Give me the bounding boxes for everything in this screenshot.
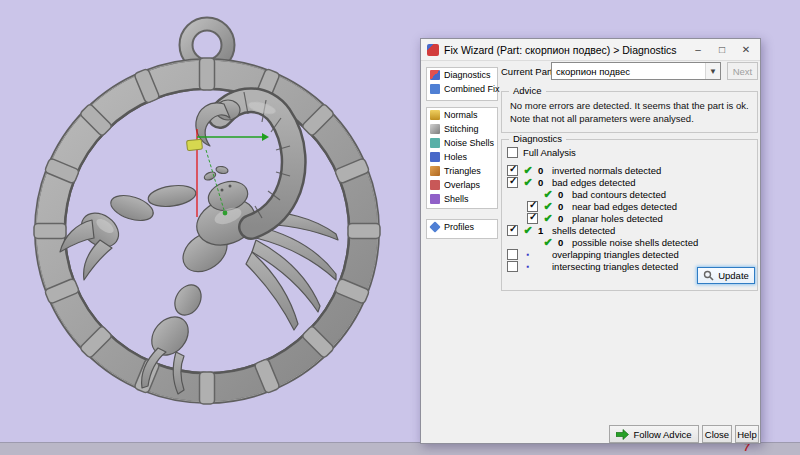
diagnostic-row-inverted-normals: ✔ 0 inverted normals detected	[507, 164, 661, 176]
close-button[interactable]: Close	[702, 425, 732, 443]
sidebar-item-label: Profiles	[444, 222, 474, 232]
sidebar-item-label: Diagnostics	[444, 70, 491, 80]
error-count: 0	[538, 177, 548, 188]
maximize-button[interactable]: □	[710, 40, 734, 60]
current-part-select[interactable]: скорпион подвес ▼	[551, 62, 721, 80]
shells-icon	[430, 194, 440, 204]
diagnostic-row-intersecting-triangles: ▪ intersecting triangles detected	[507, 260, 678, 272]
diagnostic-row-noise-shells: ✔ 0 possible noise shells detected	[527, 236, 698, 248]
full-analysis-checkbox[interactable]	[507, 147, 518, 158]
sidebar-item-combined-fix[interactable]: Combined Fix	[427, 82, 497, 96]
diagnostic-row-bad-edges: ✔ 0 bad edges detected	[507, 176, 635, 188]
current-part-value: скорпион подвес	[552, 66, 705, 77]
error-count: 0	[558, 213, 568, 224]
sidebar-item-label: Noise Shells	[444, 138, 494, 148]
row-checkbox[interactable]	[507, 225, 518, 236]
sidebar-item-noise-shells[interactable]: Noise Shells	[427, 136, 497, 150]
diagnostics-title: Diagnostics	[509, 133, 566, 144]
row-checkbox[interactable]	[507, 165, 518, 176]
sidebar-item-label: Triangles	[444, 166, 481, 176]
sidebar-group-wizard: Diagnostics Combined Fix	[426, 67, 498, 101]
sidebar-item-shells[interactable]: Shells	[427, 192, 497, 206]
next-button[interactable]: Next	[727, 62, 758, 80]
error-count: 0	[558, 201, 568, 212]
dialog-titlebar[interactable]: Fix Wizard (Part: скорпион подвес) > Dia…	[421, 39, 760, 61]
error-count: 1	[538, 225, 548, 236]
profiles-icon	[429, 221, 440, 232]
diagnostic-row-bad-contours: ✔ 0 bad contours detected	[527, 188, 666, 200]
advice-group: Advice No more errors are detected. It s…	[501, 91, 758, 133]
axis-widget[interactable]	[187, 139, 203, 151]
sidebar-item-label: Combined Fix	[444, 84, 500, 94]
normals-icon	[430, 110, 440, 120]
error-count: 0	[558, 189, 568, 200]
error-count: 0	[538, 165, 548, 176]
row-checkbox[interactable]	[507, 249, 518, 260]
sidebar-group-tools: Normals Stitching Noise Shells Holes Tri…	[426, 107, 498, 209]
check-icon: ✔	[542, 212, 554, 225]
row-checkbox[interactable]	[527, 201, 538, 212]
sidebar-item-diagnostics[interactable]: Diagnostics	[427, 68, 497, 82]
dot-icon: ▪	[522, 250, 534, 259]
row-label: shells detected	[552, 225, 615, 236]
minimize-button[interactable]: –	[686, 40, 710, 60]
sidebar-item-label: Stitching	[444, 124, 479, 134]
diagnostic-row-shells: ✔ 1 shells detected	[507, 224, 615, 236]
desktop: { "viewport": { "axis_indicator": "7", "…	[0, 0, 800, 455]
full-analysis-label: Full Analysis	[523, 147, 576, 158]
sidebar-item-label: Normals	[444, 110, 478, 120]
combined-fix-icon	[430, 84, 440, 94]
diagnostics-icon	[430, 70, 440, 80]
sidebar-item-label: Overlaps	[444, 180, 480, 190]
help-button[interactable]: Help	[735, 425, 759, 443]
sidebar-item-holes[interactable]: Holes	[427, 150, 497, 164]
diagnostic-row-planar-holes: ✔ 0 planar holes detected	[527, 212, 663, 224]
sidebar-item-overlaps[interactable]: Overlaps	[427, 178, 497, 192]
magnifier-icon	[703, 270, 714, 281]
sidebar-item-label: Shells	[444, 194, 469, 204]
dot-icon: ▪	[522, 262, 534, 271]
pendant-model[interactable]	[34, 24, 380, 404]
row-label: intersecting triangles detected	[552, 261, 678, 272]
update-label: Update	[718, 270, 749, 281]
triangles-icon	[430, 166, 440, 176]
green-arrow-icon	[616, 429, 629, 440]
diagnostic-row-overlapping-triangles: ▪ overlapping triangles detected	[507, 248, 679, 260]
follow-advice-label: Follow Advice	[633, 429, 691, 440]
check-icon: ✔	[542, 236, 554, 249]
row-checkbox[interactable]	[507, 177, 518, 188]
check-icon: ✔	[522, 176, 534, 189]
advice-title: Advice	[509, 85, 546, 96]
sidebar-item-label: Holes	[444, 152, 467, 162]
update-button[interactable]: Update	[697, 267, 755, 284]
stitching-icon	[430, 124, 440, 134]
row-label: bad edges detected	[552, 177, 635, 188]
holes-icon	[430, 152, 440, 162]
row-label: bad contours detected	[572, 189, 666, 200]
row-checkbox[interactable]	[507, 261, 518, 272]
full-analysis-row: Full Analysis	[507, 147, 576, 158]
check-icon: ✔	[522, 224, 534, 237]
sidebar-item-profiles[interactable]: Profiles	[427, 220, 497, 234]
row-label: near bad edges detected	[572, 201, 677, 212]
close-icon[interactable]: ✕	[734, 40, 758, 60]
viewport-canvas[interactable]	[0, 0, 420, 455]
overlaps-icon	[430, 180, 440, 190]
follow-advice-button[interactable]: Follow Advice	[609, 425, 699, 443]
diagnostic-row-near-bad-edges: ✔ 0 near bad edges detected	[527, 200, 677, 212]
row-label: inverted normals detected	[552, 165, 661, 176]
sidebar-item-normals[interactable]: Normals	[427, 108, 497, 122]
row-checkbox[interactable]	[527, 213, 538, 224]
3d-viewport[interactable]	[0, 0, 420, 455]
error-count: 0	[558, 237, 568, 248]
sidebar-item-triangles[interactable]: Triangles	[427, 164, 497, 178]
sidebar-item-stitching[interactable]: Stitching	[427, 122, 497, 136]
sidebar-group-profiles: Profiles	[426, 219, 498, 239]
row-label: overlapping triangles detected	[552, 249, 679, 260]
row-label: planar holes detected	[572, 213, 663, 224]
fix-wizard-dialog: Fix Wizard (Part: скорпион подвес) > Dia…	[420, 38, 761, 444]
advice-text: No more errors are detected. It seems th…	[502, 92, 757, 126]
current-part-label: Current Part:	[501, 66, 555, 77]
dialog-title: Fix Wizard (Part: скорпион подвес) > Dia…	[444, 44, 677, 56]
row-label: possible noise shells detected	[572, 237, 698, 248]
